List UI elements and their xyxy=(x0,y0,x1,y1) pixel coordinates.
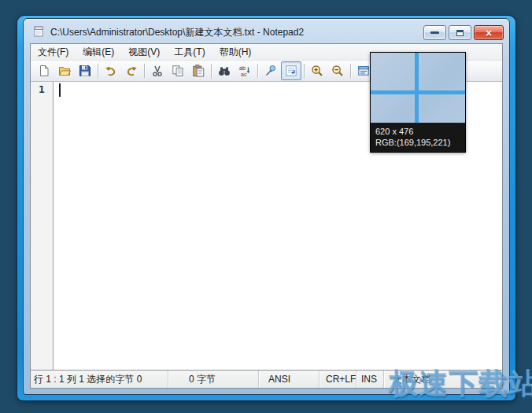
toolbar-separator xyxy=(257,64,258,78)
new-file-button[interactable] xyxy=(34,61,54,80)
notepad-document-icon xyxy=(32,25,45,38)
copy-button[interactable] xyxy=(168,61,188,80)
replace-icon: ab ac xyxy=(238,65,251,77)
redo-button[interactable] xyxy=(121,61,142,80)
magnifier-info: 620 x 476 RGB:(169,195,221) xyxy=(371,123,465,152)
zoom-in-button[interactable] xyxy=(307,61,327,80)
open-file-button[interactable] xyxy=(54,61,75,80)
close-icon: × xyxy=(486,28,492,39)
menu-view[interactable]: 视图(V) xyxy=(121,44,167,60)
line-number: 1 xyxy=(39,83,45,95)
find-button[interactable] xyxy=(214,61,235,80)
restore-icon xyxy=(456,30,464,36)
window-controls: × xyxy=(423,25,504,40)
svg-text:ac: ac xyxy=(241,72,247,77)
copy-icon xyxy=(172,65,184,77)
toolbar-separator xyxy=(304,64,305,78)
desktop: { "window": { "title": "C:\\Users\\Admin… xyxy=(0,0,532,413)
status-insert-mode[interactable]: INS xyxy=(357,371,384,388)
scheme-config-icon xyxy=(357,65,370,77)
close-button[interactable]: × xyxy=(474,25,504,40)
always-on-top-button[interactable] xyxy=(260,61,281,80)
save-file-button[interactable] xyxy=(75,61,95,80)
status-byte-count: 0 字节 xyxy=(168,371,259,388)
status-line-ending[interactable]: CR+LF xyxy=(320,371,357,388)
zoom-out-icon xyxy=(331,65,344,77)
pixel-rgb-text: RGB:(169,195,221) xyxy=(375,137,460,148)
toolbar-separator xyxy=(144,64,145,78)
crosshair-horizontal-line xyxy=(371,90,465,94)
text-caret xyxy=(59,83,61,97)
menu-file[interactable]: 文件(F) xyxy=(31,44,76,60)
save-icon xyxy=(79,65,91,77)
find-binoculars-icon xyxy=(218,65,231,77)
zoom-out-button[interactable] xyxy=(327,61,348,80)
menu-edit[interactable]: 编辑(E) xyxy=(76,44,121,60)
window-title: C:\Users\Administrator\Desktop\新建文本文档.tx… xyxy=(50,26,304,39)
word-wrap-button[interactable] xyxy=(281,61,301,80)
paste-clipboard-icon xyxy=(192,65,205,77)
restore-button[interactable] xyxy=(449,25,471,40)
toolbar-separator xyxy=(211,64,212,78)
zoom-in-icon xyxy=(311,65,323,77)
selection-size-text: 620 x 476 xyxy=(375,126,460,137)
status-caret-position: 行 1 : 1 列 1 选择的字节 0 xyxy=(31,371,168,388)
minimize-button[interactable] xyxy=(423,25,446,40)
status-encoding[interactable]: ANSI xyxy=(259,371,320,388)
word-wrap-icon xyxy=(285,65,297,77)
menu-tools[interactable]: 工具(T) xyxy=(167,44,212,60)
line-number-margin[interactable]: 1 xyxy=(31,82,54,370)
cut-scissors-icon xyxy=(151,65,164,77)
open-folder-icon xyxy=(58,65,71,77)
undo-button[interactable] xyxy=(101,61,121,80)
pushpin-icon xyxy=(264,65,277,77)
magnifier-preview xyxy=(371,53,465,123)
crosshair-vertical-line xyxy=(415,53,419,123)
new-file-icon xyxy=(38,65,50,77)
undo-icon xyxy=(105,65,117,77)
svg-text:ab: ab xyxy=(239,65,246,71)
toolbar-separator xyxy=(98,64,98,78)
redo-icon xyxy=(125,65,138,77)
menu-help[interactable]: 帮助(H) xyxy=(212,44,259,60)
title-bar[interactable]: C:\Users\Administrator\Desktop\新建文本文档.tx… xyxy=(24,19,509,43)
screen-magnifier-tooltip: 620 x 476 RGB:(169,195,221) xyxy=(370,52,466,153)
toolbar-separator xyxy=(350,64,351,78)
replace-button[interactable]: ab ac xyxy=(235,61,255,80)
cut-button[interactable] xyxy=(147,61,168,80)
site-watermark: 极速下载站 xyxy=(389,364,532,404)
minimize-icon xyxy=(430,31,439,34)
paste-button[interactable] xyxy=(188,61,209,80)
